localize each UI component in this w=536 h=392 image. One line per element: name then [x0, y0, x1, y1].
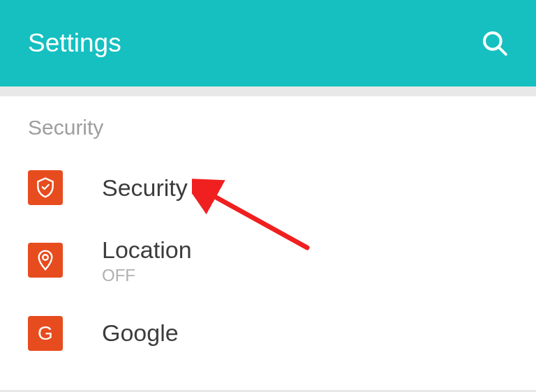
svg-point-2 — [43, 255, 47, 260]
item-sublabel: OFF — [102, 266, 192, 285]
svg-line-1 — [499, 47, 506, 54]
item-label: Security — [102, 174, 188, 202]
svg-text:G: G — [38, 322, 53, 344]
item-text: Security — [102, 174, 188, 202]
header-divider — [0, 86, 536, 96]
pin-icon — [28, 243, 63, 278]
list-item-security[interactable]: Security — [0, 155, 536, 220]
page-title: Settings — [28, 29, 121, 58]
item-text: Google — [102, 319, 179, 347]
item-text: Location OFF — [102, 236, 192, 285]
list-item-location[interactable]: Location OFF — [0, 220, 536, 301]
app-header: Settings — [0, 0, 536, 86]
section-header-security: Security — [0, 110, 536, 155]
settings-list: Security Security Location OFF G — [0, 96, 536, 392]
shield-icon — [28, 170, 63, 205]
item-label: Google — [102, 319, 179, 347]
item-label: Location — [102, 236, 192, 264]
search-icon[interactable] — [482, 30, 508, 56]
list-item-google[interactable]: G Google — [0, 301, 536, 366]
google-icon: G — [28, 316, 63, 351]
